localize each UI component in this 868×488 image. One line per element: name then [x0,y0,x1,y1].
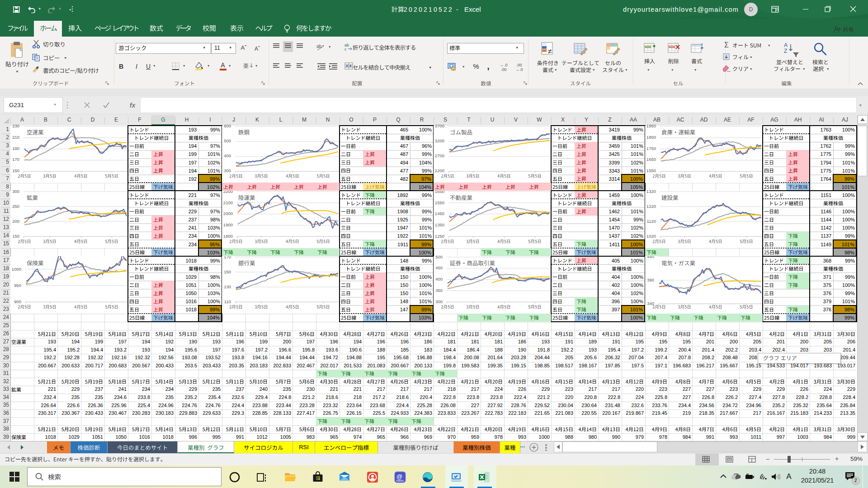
svg-text:.00: .00 [516,63,522,67]
svg-text:Z: Z [784,48,787,54]
svg-text:→.0: →.0 [515,67,523,71]
svg-text:menu: menu [396,479,404,482]
svg-text:c: c [344,47,347,52]
svg-text:←.0: ←.0 [500,63,508,67]
svg-text:≠: ≠ [548,47,552,55]
svg-text:.00: .00 [501,67,507,71]
svg-text:A: A [784,42,788,48]
